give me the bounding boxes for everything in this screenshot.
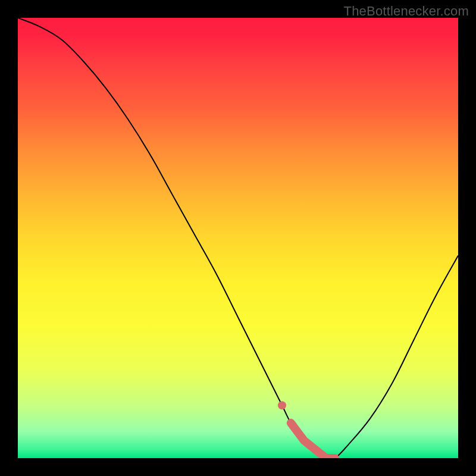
optimal-region-marker: [291, 423, 335, 458]
bottleneck-curve-svg: [18, 18, 458, 458]
watermark-text: TheBottlenecker.com: [344, 4, 469, 19]
plot-area: [18, 18, 458, 458]
bottleneck-curve-path: [18, 18, 458, 458]
optimal-region-start-dot: [278, 401, 286, 409]
